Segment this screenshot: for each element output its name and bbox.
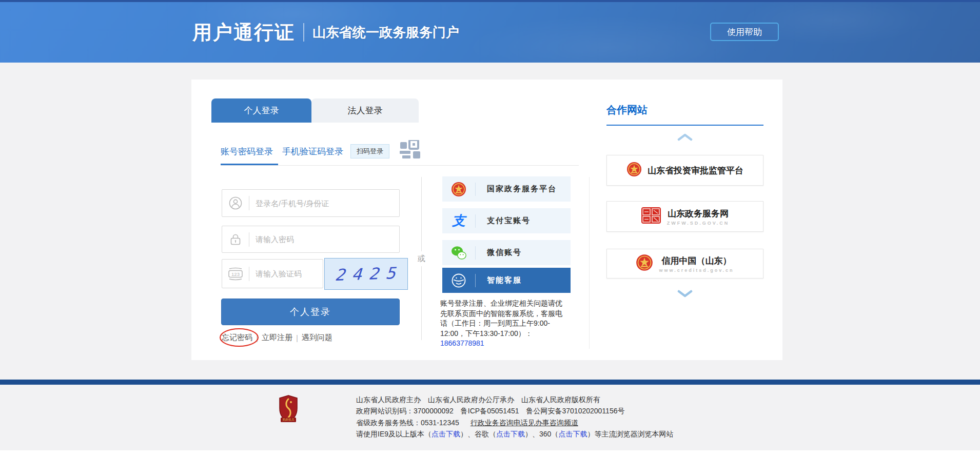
browser-note-text: 请使用IE9及以上版本（ bbox=[356, 430, 432, 438]
captcha-input[interactable] bbox=[249, 269, 323, 278]
footer-line-4: 请使用IE9及以上版本（点击下载）、谷歌（点击下载）、360（点击下载）等主流浏… bbox=[356, 428, 673, 440]
page-title: 用户通行证 bbox=[192, 19, 295, 46]
smart-service-icon bbox=[442, 273, 475, 288]
footer-accent-band bbox=[0, 380, 980, 385]
link-divider: | bbox=[296, 333, 298, 342]
third-party-label: 微信账号 bbox=[476, 248, 522, 257]
method-sms-code[interactable]: 手机验证码登录 bbox=[282, 146, 343, 157]
service-note: 账号登录注册、企业绑定相关问题请优先联系页面中的智能客服系统，客服电话（工作日：… bbox=[440, 299, 564, 349]
header-banner: 用户通行证 山东省统一政务服务门户 使用帮助 bbox=[0, 2, 980, 63]
method-separator-line bbox=[221, 165, 579, 166]
page-subtitle: 山东省统一政务服务门户 bbox=[312, 24, 459, 42]
partner-url: www.creditsd.gov.cn bbox=[659, 268, 734, 273]
shandong-seal-icon bbox=[641, 207, 661, 226]
third-party-national-platform[interactable]: 国家政务服务平台 bbox=[442, 176, 571, 202]
footer-line-1: 山东省人民政府主办 山东省人民政府办公厅承办 山东省人民政府版权所有 bbox=[356, 394, 673, 405]
link-divider: | bbox=[256, 333, 258, 342]
partners-section: 合作网站 山东省投资审批监管平台 bbox=[606, 103, 763, 141]
captcha-code: 2425 bbox=[329, 264, 403, 285]
forgot-password-link[interactable]: 忘记密码 bbox=[222, 333, 252, 343]
captcha-123-icon: 123 bbox=[222, 267, 249, 281]
password-input[interactable] bbox=[249, 235, 399, 244]
footer-line-3: 省级政务服务热线：0531-12345行政业务咨询电话见办事咨询频道 bbox=[356, 417, 673, 428]
third-party-smart-service[interactable]: 智能客服 bbox=[442, 268, 571, 293]
download-ie-link[interactable]: 点击下载 bbox=[432, 430, 460, 438]
national-emblem-icon bbox=[442, 182, 475, 197]
tab-legal-login[interactable]: 法人登录 bbox=[311, 98, 419, 123]
consult-channel-link[interactable]: 行政业务咨询电话见办事咨询频道 bbox=[471, 419, 578, 427]
helper-links: 忘记密码 | 立即注册 | 遇到问题 bbox=[222, 333, 332, 343]
register-link[interactable]: 立即注册 bbox=[262, 333, 292, 343]
partners-title-rule bbox=[606, 125, 763, 126]
partners-divider-line bbox=[589, 177, 590, 349]
third-party-alipay[interactable]: 支 支付宝账号 bbox=[442, 208, 571, 233]
footer-text: 山东省人民政府主办 山东省人民政府办公厅承办 山东省人民政府版权所有 政府网站识… bbox=[356, 394, 673, 440]
personal-login-button[interactable]: 个人登录 bbox=[221, 299, 400, 325]
or-divider-line bbox=[421, 177, 422, 251]
login-card: 个人登录 法人登录 账号密码登录 手机验证码登录 扫码登录 bbox=[191, 80, 782, 360]
chevron-down-wrap bbox=[606, 290, 763, 297]
partner-name: 山东省投资审批监管平台 bbox=[648, 165, 743, 176]
svg-text:123: 123 bbox=[231, 271, 240, 276]
footer: 党政机关 山东省人民政府主办 山东省人民政府办公厅承办 山东省人民政府版权所有 … bbox=[0, 385, 980, 450]
footer-line-2: 政府网站识别码：3700000092 鲁ICP备05051451 鲁公网安备37… bbox=[356, 405, 673, 416]
service-phone-link[interactable]: 18663778981 bbox=[440, 339, 484, 347]
browser-note-text: ）、360（ bbox=[525, 430, 558, 438]
alipay-icon: 支 bbox=[442, 212, 475, 230]
or-divider: 或 bbox=[417, 177, 425, 340]
third-party-wechat[interactable]: 微信账号 bbox=[442, 240, 571, 265]
qr-login-tag[interactable]: 扫码登录 bbox=[350, 144, 389, 158]
gov-badge-label: 党政机关 bbox=[279, 418, 298, 422]
method-account-password[interactable]: 账号密码登录 bbox=[221, 146, 273, 157]
partner-url: ZWFW.SD.GOV.CN bbox=[667, 221, 730, 226]
page: 用户通行证 山东省统一政务服务门户 使用帮助 个人登录 法人登录 账号密码登录 … bbox=[0, 0, 980, 457]
service-note-text: 账号登录注册、企业绑定相关问题请优先联系页面中的智能客服系统，客服电话（工作日：… bbox=[440, 299, 562, 337]
captcha-image[interactable]: 2425 bbox=[324, 258, 408, 290]
download-360-link[interactable]: 点击下载 bbox=[558, 430, 587, 438]
username-field bbox=[222, 189, 400, 217]
help-button[interactable]: 使用帮助 bbox=[710, 23, 779, 41]
credit-china-emblem-icon bbox=[636, 254, 653, 273]
third-party-label: 智能客服 bbox=[476, 275, 522, 285]
partner-name: 信用中国（山东） bbox=[661, 255, 731, 267]
problem-link[interactable]: 遇到问题 bbox=[302, 333, 332, 343]
hotline-text: 省级政务服务热线：0531-12345 bbox=[356, 419, 459, 427]
browser-note-text: ）、谷歌（ bbox=[460, 430, 496, 438]
third-party-label: 支付宝账号 bbox=[476, 216, 531, 226]
title-divider bbox=[303, 23, 304, 42]
tab-personal-login[interactable]: 个人登录 bbox=[211, 98, 311, 123]
national-emblem-icon bbox=[626, 162, 642, 179]
or-text: 或 bbox=[418, 251, 425, 266]
username-input[interactable] bbox=[249, 199, 399, 208]
partner-name: 山东政务服务网 bbox=[668, 208, 729, 220]
captcha-field: 123 bbox=[222, 259, 323, 288]
lock-icon bbox=[222, 233, 249, 246]
wechat-icon bbox=[442, 246, 475, 260]
chevron-up-icon[interactable] bbox=[677, 133, 693, 141]
brand: 用户通行证 山东省统一政务服务门户 bbox=[192, 2, 459, 63]
or-divider-line bbox=[421, 266, 422, 341]
partners-title: 合作网站 bbox=[606, 103, 763, 117]
partner-investment-platform[interactable]: 山东省投资审批监管平台 bbox=[606, 155, 763, 186]
third-party-label: 国家政务服务平台 bbox=[476, 184, 557, 194]
qr-code-icon[interactable] bbox=[400, 140, 423, 162]
browser-note-text: ）等主流浏览器浏览本网站 bbox=[587, 430, 673, 438]
partner-shandong-zwfw[interactable]: 山东政务服务网 ZWFW.SD.GOV.CN bbox=[606, 201, 763, 232]
chevron-down-icon[interactable] bbox=[677, 290, 693, 297]
download-chrome-link[interactable]: 点击下载 bbox=[496, 430, 525, 438]
password-field bbox=[222, 226, 400, 253]
partner-credit-china[interactable]: 信用中国（山东） www.creditsd.gov.cn bbox=[606, 249, 763, 279]
user-icon bbox=[222, 196, 249, 210]
